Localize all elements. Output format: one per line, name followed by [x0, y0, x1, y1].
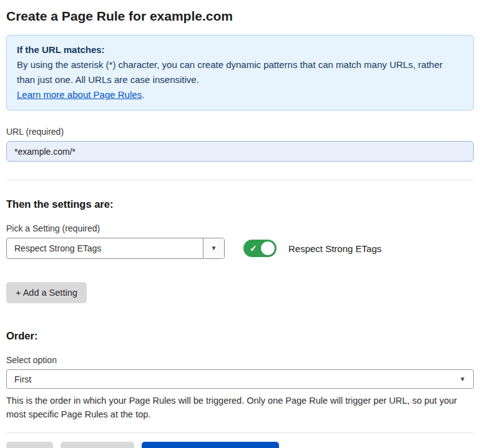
setting-select-value: Respect Strong ETags: [7, 243, 101, 253]
learn-more-link[interactable]: Learn more about Page Rules: [17, 89, 142, 100]
order-heading: Order:: [6, 330, 474, 342]
add-setting-wrap: + Add a Setting: [6, 282, 474, 303]
order-section: Order: Select option First ▼ This is the…: [6, 330, 474, 421]
order-select-caret: ▼: [459, 376, 473, 382]
chevron-down-icon: ▼: [211, 245, 217, 251]
section-divider: [6, 180, 474, 180]
url-input[interactable]: [6, 141, 474, 162]
check-icon: ✓: [250, 243, 257, 254]
info-link-period: .: [142, 89, 144, 100]
setting-select[interactable]: Respect Strong ETags ▼: [6, 238, 225, 259]
page-title: Create a Page Rule for example.com: [6, 5, 474, 35]
info-box-heading: If the URL matches:: [17, 42, 463, 57]
url-match-info-box: If the URL matches: By using the asteris…: [6, 35, 474, 110]
order-help-text: This is the order in which your Page Rul…: [6, 394, 468, 421]
footer-buttons: Cancel Save as Draft Save and Deploy Pag…: [6, 442, 474, 448]
url-label: URL (required): [6, 127, 474, 137]
etags-toggle[interactable]: ✓: [243, 240, 277, 257]
order-select[interactable]: First ▼: [6, 369, 474, 389]
footer-divider: [6, 432, 474, 433]
create-page-rule-page: Create a Page Rule for example.com If th…: [0, 0, 480, 448]
save-draft-button[interactable]: Save as Draft: [61, 442, 134, 448]
toggle-knob: [261, 241, 275, 255]
save-deploy-button[interactable]: Save and Deploy Page Rule: [142, 442, 279, 448]
order-select-value: First: [7, 374, 31, 384]
chevron-down-icon: ▼: [459, 376, 466, 382]
setting-select-caret-button[interactable]: ▼: [203, 238, 224, 258]
info-box-link-line: Learn more about Page Rules.: [17, 87, 463, 102]
add-setting-button[interactable]: + Add a Setting: [6, 282, 87, 303]
etags-toggle-group: ✓ Respect Strong ETags: [243, 240, 381, 257]
select-option-label: Select option: [6, 355, 474, 365]
cancel-button[interactable]: Cancel: [6, 442, 53, 448]
pick-setting-label: Pick a Setting (required): [6, 223, 474, 233]
settings-heading: Then the settings are:: [6, 198, 474, 210]
etags-toggle-label: Respect Strong ETags: [288, 243, 381, 254]
setting-row: Respect Strong ETags ▼ ✓ Respect Strong …: [6, 238, 474, 259]
info-box-body: By using the asterisk (*) character, you…: [17, 57, 463, 87]
